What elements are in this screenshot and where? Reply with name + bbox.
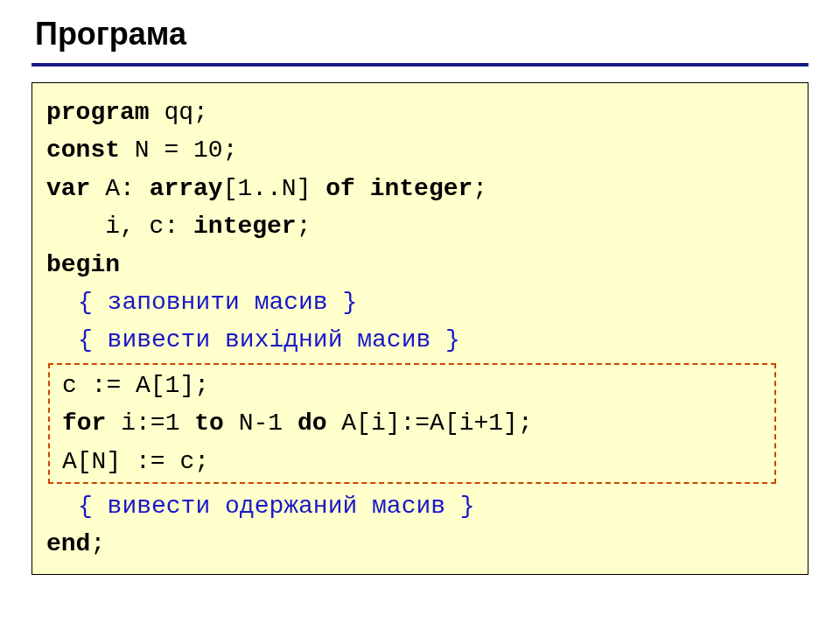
code-line-d2: for i:=1 to N-1 do A[i]:=A[i+1];: [62, 404, 774, 442]
keyword-for: for: [62, 410, 106, 437]
keyword-integer: integer: [370, 175, 473, 202]
code-text: ;: [297, 213, 312, 240]
keyword-var: var: [46, 175, 90, 202]
code-line-d3: A[N] := c;: [62, 443, 774, 480]
code-text: ;: [472, 175, 487, 202]
code-line-1: program qq;: [46, 94, 794, 131]
keyword-begin: begin: [46, 251, 120, 278]
code-comment-2: { вивести вихідний масив }: [46, 321, 794, 359]
code-text: i:=1: [106, 410, 194, 437]
code-text: i, c:: [46, 213, 193, 240]
keyword-integer: integer: [193, 213, 297, 240]
code-line-3: var A: array[1..N] of integer;: [46, 170, 794, 207]
code-text: [355, 175, 370, 202]
slide: Програма program qq; const N = 10; var A…: [0, 0, 840, 575]
keyword-end: end: [46, 530, 90, 557]
code-text: [1..N]: [223, 175, 326, 202]
code-line-d1: c := A[1];: [62, 367, 774, 404]
code-text: qq;: [150, 99, 208, 126]
keyword-program: program: [46, 99, 150, 126]
keyword-to: to: [194, 410, 224, 437]
code-text: N = 10;: [120, 136, 237, 164]
keyword-array: array: [150, 175, 223, 202]
code-comment-3: { вивести одержаний масив }: [46, 487, 794, 525]
keyword-of: of: [326, 175, 355, 202]
highlighted-block: c := A[1]; for i:=1 to N-1 do A[i]:=A[i+…: [48, 363, 776, 484]
code-line-2: const N = 10;: [46, 131, 794, 169]
code-text: N-1: [224, 410, 298, 437]
keyword-const: const: [46, 136, 120, 164]
code-text: ;: [90, 530, 105, 557]
code-line-end: end;: [46, 525, 794, 563]
code-block: program qq; const N = 10; var A: array[1…: [32, 82, 808, 575]
code-comment-1: { заповнити масив }: [46, 284, 794, 321]
code-text: A[i]:=A[i+1];: [326, 410, 532, 437]
title-rule: [32, 63, 808, 66]
code-text: A:: [90, 175, 149, 202]
code-line-4: i, c: integer;: [46, 207, 794, 245]
keyword-do: do: [298, 410, 327, 437]
page-title: Програма: [35, 16, 808, 52]
code-line-5: begin: [46, 246, 794, 284]
